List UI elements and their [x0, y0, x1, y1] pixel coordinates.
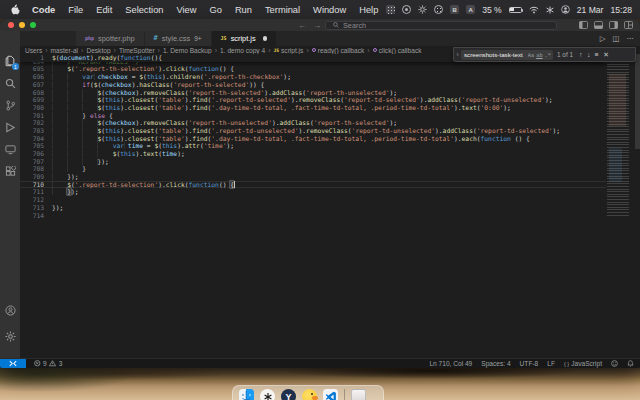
explorer-icon[interactable]: 1 [0, 51, 20, 71]
whole-word-icon[interactable]: ab [536, 52, 542, 58]
battery-icon[interactable] [509, 7, 522, 13]
status-app-icon-2[interactable] [402, 5, 411, 14]
menu-item-code[interactable]: Code [32, 5, 55, 15]
code-line-698[interactable]: 698 $(checkbox).removeClass('report-th-s… [20, 89, 606, 97]
line-number[interactable]: 697 [20, 81, 44, 89]
spotlight-asterisk-icon[interactable] [546, 6, 554, 14]
search-view-icon[interactable] [0, 73, 20, 93]
eol-sequence[interactable]: LF [547, 360, 555, 367]
menu-item-view[interactable]: View [177, 5, 197, 15]
line-number[interactable]: 1 [20, 54, 44, 62]
accounts-icon[interactable] [0, 300, 20, 320]
scrollbar-thumb[interactable] [635, 54, 640, 149]
line-number[interactable]: 696 [20, 73, 44, 81]
find-query[interactable]: screenshots-task-text [464, 51, 526, 58]
tab-script-js[interactable]: JS script.js [212, 31, 278, 46]
language-mode[interactable]: { } JavaScript [564, 360, 602, 367]
user-menu-icon[interactable] [561, 5, 570, 14]
code-line-704[interactable]: 704 $(this).closest('table').find('.day-… [20, 135, 606, 143]
apple-menu-icon[interactable] [11, 4, 20, 15]
menu-item-run[interactable]: Run [235, 5, 252, 15]
encoding[interactable]: UTF-8 [520, 360, 539, 367]
code-line-711[interactable]: 711 }); [20, 188, 606, 196]
menu-item-terminal[interactable]: Terminal [265, 5, 300, 15]
line-number[interactable]: 710 [20, 181, 44, 189]
breadcrumb-item[interactable]: TimeSpotter [119, 47, 155, 54]
line-number[interactable]: 704 [20, 135, 44, 143]
next-match-icon[interactable]: ↓ [587, 51, 590, 58]
dock-finder-icon[interactable] [239, 389, 254, 400]
status-app-icon-1[interactable] [386, 5, 395, 14]
more-actions-icon[interactable]: ⋯ [627, 34, 635, 43]
dock-cyberduck-icon[interactable] [302, 389, 317, 400]
command-center-search[interactable]: Search [325, 21, 557, 30]
regex-icon[interactable]: .* [545, 52, 551, 58]
menu-bar-time[interactable]: 15:28 [610, 5, 632, 15]
line-number[interactable]: 712 [20, 196, 44, 204]
run-debug-icon[interactable] [0, 117, 20, 137]
code-line-699[interactable]: 699 $(this).closest('table').find('.repo… [20, 96, 606, 104]
code-line-697[interactable]: 697 if($(checkbox).hasClass('report-th-s… [20, 81, 606, 89]
menu-item-edit[interactable]: Edit [96, 5, 112, 15]
tab-style-css[interactable]: # style.css 9+ [145, 31, 212, 46]
match-case-icon[interactable]: Aa [528, 52, 534, 58]
find-input[interactable]: screenshots-task-text Aa ab .* [461, 50, 553, 60]
breadcrumb-item[interactable]: click() callback [373, 47, 422, 54]
line-number[interactable]: 702 [20, 119, 44, 127]
toggle-secondary-sidebar-icon[interactable] [609, 21, 618, 29]
line-number[interactable]: 713 [20, 204, 44, 212]
close-window-button[interactable] [8, 22, 14, 28]
cursor-position[interactable]: Ln 710, Col 49 [429, 360, 472, 367]
breadcrumb-item[interactable]: 1. Demo Backup [163, 47, 212, 54]
navigate-back-icon[interactable]: ← [298, 21, 306, 30]
line-number[interactable]: 711 [20, 188, 44, 196]
code-line-695[interactable]: 695 $('.report-th-selection').click(func… [20, 65, 606, 73]
toggle-replace-icon[interactable]: › [454, 48, 461, 61]
breadcrumb-item[interactable]: Users [25, 47, 42, 54]
line-number[interactable]: 705 [20, 142, 44, 150]
run-file-icon[interactable]: ▷ [600, 34, 606, 43]
breadcrumb-item[interactable]: master-al [51, 47, 78, 54]
code-line-714[interactable]: 714 [20, 212, 606, 220]
customize-layout-icon[interactable] [624, 21, 633, 29]
status-app-icon-3[interactable] [434, 5, 443, 14]
dock-y-browser-icon[interactable]: Y [281, 389, 296, 400]
code-line-702[interactable]: 702 $(checkbox).removeClass('report-th-u… [20, 119, 606, 127]
remote-indicator[interactable] [0, 359, 26, 368]
code-line-710[interactable]: 710 $('.report-td-selection').click(func… [20, 181, 606, 189]
code-line-700[interactable]: 700 $(this).closest('table').find('.day-… [20, 104, 606, 112]
minimap[interactable] [606, 54, 632, 358]
code-line-708[interactable]: 708 } [20, 165, 606, 173]
menu-item-go[interactable]: Go [210, 5, 222, 15]
feedback-smiley-icon[interactable] [611, 360, 618, 367]
line-number[interactable]: 698 [20, 89, 44, 97]
dock-vscode-icon[interactable] [323, 389, 338, 400]
line-number[interactable]: 708 [20, 165, 44, 173]
code-line-709[interactable]: 709 }); [20, 173, 606, 181]
problems-status[interactable]: 9 3 [34, 360, 62, 367]
line-number[interactable]: 707 [20, 158, 44, 166]
line-number[interactable]: 709 [20, 173, 44, 181]
code-line-703[interactable]: 703 $(this).closest('table').find('.repo… [20, 127, 606, 135]
manage-gear-icon[interactable] [0, 326, 20, 346]
input-source-icon[interactable]: A [466, 5, 475, 14]
battery-percentage[interactable]: 35 % [482, 5, 502, 15]
line-number[interactable]: 714 [20, 212, 44, 220]
remote-explorer-icon[interactable] [0, 139, 20, 159]
line-number[interactable]: 695 [20, 65, 44, 73]
tab-spotter-php[interactable]: php spotter.php [76, 31, 145, 46]
find-in-selection-icon[interactable]: ≡ [595, 51, 599, 58]
code-line-713[interactable]: 713}); [20, 204, 606, 212]
code-line-701[interactable]: 701 } else { [20, 112, 606, 120]
settings-gear-menu-icon[interactable] [418, 5, 427, 14]
line-number[interactable]: 699 [20, 96, 44, 104]
minimize-window-button[interactable] [19, 22, 25, 28]
status-app-icon-b[interactable]: B [450, 5, 459, 14]
code-editor[interactable]: 694 /* REPORT TABLES */695 $('.report-th… [20, 54, 640, 358]
menu-item-help[interactable]: Help [359, 5, 378, 15]
line-number[interactable]: 701 [20, 112, 44, 120]
dock-chatgpt-icon[interactable] [260, 389, 275, 400]
previous-match-icon[interactable]: ↑ [579, 51, 582, 58]
code-line-707[interactable]: 707 }); [20, 158, 606, 166]
menu-item-file[interactable]: File [68, 5, 83, 15]
